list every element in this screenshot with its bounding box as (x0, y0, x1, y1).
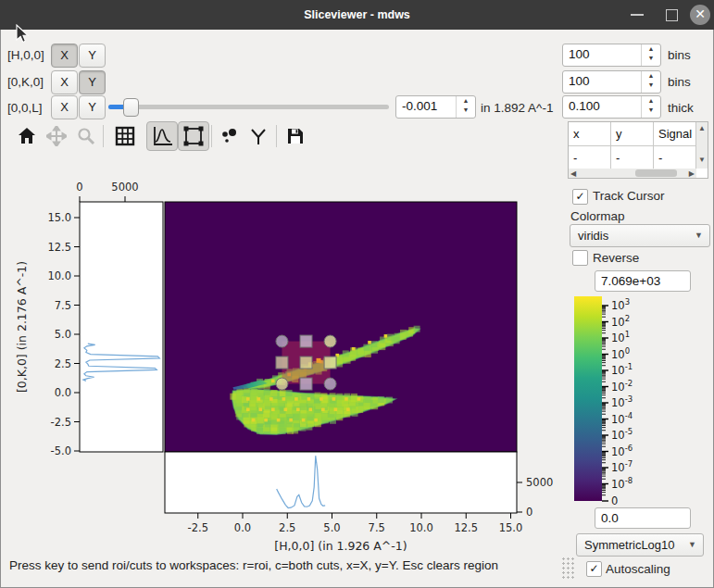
h-axis-tick: 10.0 (409, 521, 433, 534)
table-cell[interactable]: - (611, 146, 654, 170)
roi-edge-handle[interactable] (276, 357, 288, 369)
table-cell[interactable]: - (569, 146, 611, 170)
minimize-icon[interactable] (631, 14, 644, 16)
mouse-cursor-icon (16, 24, 31, 44)
spin-arrows-icon[interactable]: ▲▼ (641, 71, 660, 93)
dim-h00-bins-spinbox[interactable]: ▲▼ (562, 44, 661, 67)
roi-edge-handle[interactable] (300, 335, 312, 347)
slider-groove[interactable] (108, 105, 389, 109)
home-button[interactable] (17, 127, 37, 145)
normalization-dropdown[interactable]: SymmetricLog10 ▼ (576, 533, 704, 557)
roi-edge-handle[interactable] (300, 357, 312, 369)
table-vscrollbar[interactable]: ▲ ▼ (696, 122, 708, 169)
intensity-speck (259, 407, 263, 411)
line-cuts-button[interactable] (146, 121, 178, 151)
roi-corner-handle[interactable] (276, 378, 288, 390)
intensity-speck (309, 407, 313, 411)
close-icon[interactable]: ✕ (690, 5, 710, 25)
k-axis-tick: 7.5 (55, 299, 71, 312)
slider-handle[interactable] (123, 98, 139, 117)
colorbar-tick-label: 10-2 (611, 379, 633, 394)
peaks-overlay-button[interactable] (219, 126, 240, 146)
scroll-up-icon[interactable]: ▲ (696, 124, 708, 132)
colorbar-tick-label: 102 (611, 314, 630, 329)
reverse-checkbox[interactable] (572, 250, 588, 266)
window-title: Sliceviewer - mdws (0, 0, 714, 30)
dim-h00-x-button[interactable]: X (51, 44, 78, 68)
dim-h00-y-button[interactable]: Y (79, 44, 106, 68)
thickness-spinbox[interactable]: ▲▼ (562, 95, 661, 119)
dim-0k0-y-button[interactable]: Y (79, 70, 106, 94)
k-axis-tick: 0.0 (55, 386, 71, 399)
chevron-down-icon: ▼ (688, 534, 696, 556)
resize-grip[interactable] (561, 557, 576, 581)
save-button[interactable] (285, 126, 306, 146)
thickness-suffix: thick (668, 101, 694, 115)
scroll-right-icon[interactable]: ▶ (689, 169, 695, 178)
intensity-speck (332, 397, 336, 401)
track-cursor-checkbox[interactable]: ✓ (572, 189, 588, 205)
reverse-label: Reverse (593, 251, 639, 265)
y-cut-plot[interactable] (80, 202, 163, 452)
zoom-button[interactable] (76, 126, 96, 146)
nonorthogonal-view-button[interactable] (248, 126, 269, 146)
scroll-down-icon[interactable]: ▼ (696, 156, 708, 164)
roi-corner-handle[interactable] (324, 378, 336, 390)
dim-0k0-bins-spinbox[interactable]: ▲▼ (562, 70, 661, 94)
roi-corner-handle[interactable] (324, 335, 336, 347)
scroll-left-icon[interactable]: ◀ (570, 169, 576, 178)
intensity-speck (384, 334, 388, 338)
intensity-speck (317, 358, 321, 363)
intensity-speck (246, 407, 250, 411)
intensity-speck (368, 341, 371, 344)
table-header-signal[interactable]: Signal (654, 122, 696, 146)
roi-corner-handle[interactable] (276, 335, 288, 347)
colorbar-gradient[interactable] (574, 296, 602, 501)
intensity-speck (314, 419, 318, 422)
autoscaling-checkbox[interactable]: ✓ (586, 561, 602, 577)
plot-canvas[interactable]: 0500015.012.510.07.55.02.50.0-2.5-5.0[0,… (0, 176, 565, 557)
colorbar-min-value[interactable] (601, 509, 684, 526)
cursor-info-table[interactable]: x y Signal - - - ▲ ▼ ◀ ▶ (568, 121, 708, 179)
dim-00l-y-button[interactable]: Y (79, 95, 106, 119)
colormap-dropdown[interactable]: viridis ▼ (570, 224, 710, 247)
region-of-interest-button[interactable] (178, 121, 209, 151)
dim-h00-bins-value[interactable] (569, 44, 638, 64)
slice-slider[interactable] (108, 95, 389, 118)
dim-h00-bins-suffix: bins (668, 48, 691, 62)
roi-edge-handle[interactable] (324, 357, 336, 369)
titlebar[interactable]: Sliceviewer - mdws ✕ (0, 0, 714, 30)
table-header-y[interactable]: y (611, 122, 654, 146)
dim-0k0-bins-value[interactable] (569, 71, 638, 91)
track-cursor-label: Track Cursor (593, 189, 665, 203)
intensity-speck (346, 407, 350, 411)
dim-0k0-x-button[interactable]: X (51, 70, 78, 94)
x-cut-plot[interactable] (165, 452, 517, 513)
grid-lines-button[interactable] (115, 126, 135, 146)
table-cell[interactable]: - (654, 146, 696, 170)
h-axis-tick: 12.5 (454, 521, 478, 534)
slice-point-value[interactable] (402, 96, 453, 116)
thickness-value[interactable] (569, 96, 638, 116)
table-hscrollbar[interactable]: ◀ ▶ (569, 169, 696, 178)
dim-00l-x-button[interactable]: X (51, 95, 78, 119)
autoscaling-label: Autoscaling (606, 562, 670, 576)
maximize-icon[interactable] (666, 9, 678, 21)
colorbar-tick-label: 10-5 (611, 427, 633, 442)
roi-edge-handle[interactable] (300, 378, 312, 390)
spin-arrows-icon[interactable]: ▲▼ (456, 96, 475, 118)
dim-00l-label: [0,0,L] (7, 101, 43, 115)
spin-arrows-icon[interactable]: ▲▼ (641, 96, 660, 118)
intensity-speck (319, 397, 323, 401)
pan-button[interactable] (46, 126, 67, 146)
scroll-thumb[interactable] (635, 169, 677, 177)
table-header-x[interactable]: x (569, 122, 611, 146)
colorbar-min-field[interactable] (595, 507, 691, 529)
sliceviewer-window: Sliceviewer - mdws ✕ [H,0,0] X Y ▲▼ bins… (0, 0, 714, 588)
spin-arrows-icon[interactable]: ▲▼ (641, 44, 660, 66)
colorbar-tick-label: 10-3 (611, 394, 633, 409)
intensity-speck (271, 407, 275, 411)
slice-point-spinbox[interactable]: ▲▼ (395, 95, 476, 119)
intensity-speck (307, 397, 311, 401)
status-bar-text: Press key to send roi/cuts to workspaces… (9, 558, 498, 572)
